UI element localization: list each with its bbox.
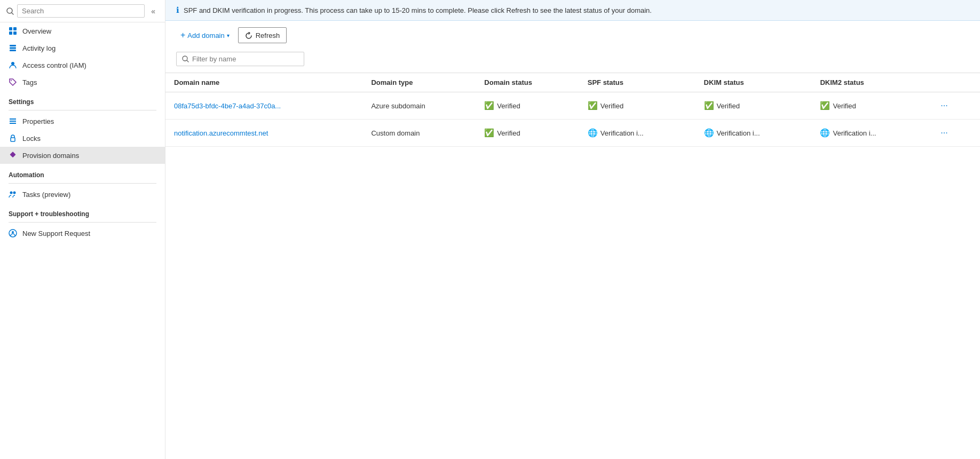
refresh-button[interactable]: Refresh [238,27,287,43]
check-icon: ✅ [704,101,714,110]
more-options-button[interactable]: ··· [936,126,952,140]
person-icon [9,61,17,69]
people-icon [9,190,17,199]
sidebar-item-locks[interactable]: Locks [0,130,165,147]
filter-input[interactable] [192,55,288,63]
status-verified: ✅ Verified [484,101,570,110]
table-row: notification.azurecommtest.netCustom dom… [165,120,980,147]
svg-rect-11 [10,118,16,120]
status-text: Verified [717,102,740,110]
sidebar-item-label: Overview [22,27,51,35]
table-row: 08fa75d3-bfdc-4be7-a4ad-37c0a...Azure su… [165,92,980,120]
sidebar-item-tasks-preview[interactable]: Tasks (preview) [0,186,165,203]
svg-point-16 [10,192,13,194]
svg-rect-2 [9,27,12,30]
sidebar-item-overview[interactable]: Overview [0,22,165,39]
sidebar-item-activity-log[interactable]: Activity log [0,39,165,57]
tag-icon [9,78,17,86]
filter-search-icon [182,56,189,62]
list-icon [9,44,17,52]
diamond-icon [9,151,17,160]
sidebar-item-properties[interactable]: Properties [0,113,165,130]
plus-icon: + [180,30,185,40]
info-icon: ℹ [176,5,179,15]
banner-text: SPF and DKIM verification in progress. T… [184,6,652,14]
sidebar-item-label: Provision domains [22,152,79,160]
support-section-label: Support + troubleshooting [0,203,165,220]
svg-rect-7 [10,48,16,49]
svg-point-9 [11,62,14,65]
status-verified: ✅ Verified [588,101,687,110]
sidebar-item-label: Properties [22,117,54,125]
more-options-button[interactable]: ··· [936,99,952,113]
automation-section-label: Automation [0,164,165,181]
status-verified: ✅ Verified [820,101,919,110]
svg-rect-6 [10,45,16,46]
support-divider [9,222,156,223]
status-progress: 🌐 Verification i... [704,128,803,138]
col-spf-status: SPF status [579,73,696,92]
bars-icon [9,117,17,125]
svg-rect-3 [13,27,17,30]
col-domain-name: Domain name [165,73,362,92]
automation-divider [9,183,156,184]
person-circle-icon [9,229,17,238]
svg-point-19 [12,231,14,233]
search-icon [6,7,14,15]
sidebar-item-label: Tags [22,78,37,86]
domain-type: Azure subdomain [362,92,476,120]
status-text: Verified [497,102,520,110]
svg-rect-4 [9,31,12,35]
sidebar-item-label: Access control (IAM) [22,61,86,69]
domain-table-container: Domain name Domain type Domain status SP… [165,73,980,147]
status-text: Verification i... [717,129,760,137]
status-verified: ✅ Verified [484,128,570,138]
svg-line-21 [187,60,188,62]
domain-link[interactable]: 08fa75d3-bfdc-4be7-a4ad-37c0a... [174,102,281,110]
toolbar: + Add domain ▾ Refresh [165,21,980,50]
sidebar-item-label: Tasks (preview) [22,191,70,199]
svg-rect-13 [10,123,16,124]
refresh-icon [245,31,252,39]
svg-rect-14 [11,138,15,141]
domain-table: Domain name Domain type Domain status SP… [165,73,980,147]
status-progress: 🌐 Verification i... [588,128,687,138]
status-progress: 🌐 Verification i... [820,128,919,138]
status-text: Verified [833,102,856,110]
col-domain-status: Domain status [476,73,579,92]
filter-input-container [176,52,304,66]
progress-icon: 🌐 [588,128,598,138]
sidebar-item-access-control[interactable]: Access control (IAM) [0,57,165,74]
domain-link[interactable]: notification.azurecommtest.net [174,129,268,137]
svg-rect-12 [10,121,16,122]
settings-divider [9,110,156,110]
sidebar-search-bar: « [0,0,165,22]
lock-icon [9,134,17,143]
progress-icon: 🌐 [820,128,830,138]
check-icon: ✅ [484,128,494,138]
check-icon: ✅ [484,101,494,110]
status-verified: ✅ Verified [704,101,803,110]
col-actions [928,73,980,92]
status-text: Verification i... [600,129,644,137]
svg-rect-15 [10,152,15,157]
sidebar-item-provision-domains[interactable]: Provision domains [0,147,165,164]
grid-icon [9,27,17,35]
sidebar-item-new-support-request[interactable]: New Support Request [0,225,165,242]
info-banner: ℹ SPF and DKIM verification in progress.… [165,0,980,21]
status-text: Verification i... [833,129,876,137]
check-icon: ✅ [588,101,598,110]
sidebar-item-tags[interactable]: Tags [0,74,165,91]
progress-icon: 🌐 [704,128,714,138]
collapse-button[interactable]: « [148,6,159,17]
domain-type: Custom domain [362,120,476,147]
search-input[interactable] [17,4,145,18]
add-domain-button[interactable]: + Add domain ▾ [176,27,234,43]
svg-rect-5 [13,31,17,35]
svg-point-17 [13,192,16,194]
chevron-down-icon: ▾ [227,33,230,38]
main-content: ℹ SPF and DKIM verification in progress.… [165,0,980,459]
svg-point-10 [11,80,12,81]
table-header-row: Domain name Domain type Domain status SP… [165,73,980,92]
svg-line-1 [12,13,13,14]
